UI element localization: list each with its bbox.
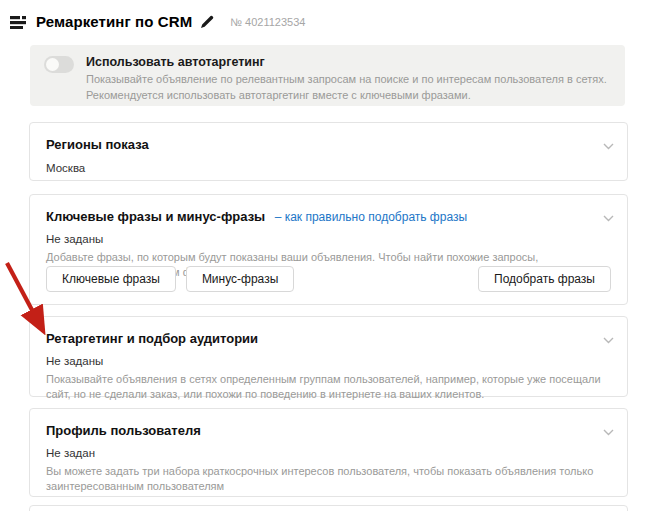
- page-title: Ремаркетинг по CRM: [36, 13, 192, 30]
- card-regions: Регионы показа Москва: [29, 122, 628, 181]
- keywords-button[interactable]: Ключевые фразы: [46, 266, 176, 292]
- card-next-partial: [29, 505, 628, 511]
- edit-pencil-icon[interactable]: [200, 15, 214, 29]
- toggle-knob: [46, 58, 59, 71]
- card-user-profile-title: Профиль пользователя: [46, 423, 201, 438]
- card-retargeting-title: Ретаргетинг и подбор аудитории: [46, 331, 258, 346]
- card-regions-title: Регионы показа: [46, 137, 149, 152]
- chevron-down-icon[interactable]: [603, 136, 614, 143]
- card-retargeting-status: Не заданы: [46, 355, 611, 367]
- campaign-number: № 4021123534: [230, 16, 305, 28]
- autotargeting-section: Использовать автотаргетинг Показывайте о…: [30, 45, 625, 106]
- card-keywords-status: Не заданы: [46, 233, 611, 245]
- keywords-help-link[interactable]: – как правильно подобрать фразы: [275, 210, 467, 224]
- chevron-down-icon[interactable]: [603, 330, 614, 337]
- minus-phrases-button[interactable]: Минус-фразы: [186, 266, 294, 292]
- card-user-profile-description: Вы можете задать три набора краткосрочны…: [46, 464, 611, 495]
- autotargeting-title: Использовать автотаргетинг: [86, 55, 609, 69]
- card-keywords-title: Ключевые фразы и минус-фразы: [46, 209, 265, 224]
- card-keywords: Ключевые фразы и минус-фразы – как прави…: [29, 194, 628, 305]
- pick-phrases-button[interactable]: Подобрать фразы: [478, 266, 611, 292]
- card-regions-value: Москва: [46, 162, 611, 174]
- card-user-profile: Профиль пользователя Не задан Вы можете …: [29, 408, 628, 497]
- campaign-list-icon: [10, 15, 26, 28]
- chevron-down-icon[interactable]: [603, 208, 614, 215]
- chevron-down-icon[interactable]: [603, 422, 614, 429]
- autotargeting-toggle[interactable]: [44, 56, 74, 73]
- card-retargeting: Ретаргетинг и подбор аудитории Не заданы…: [29, 316, 628, 397]
- autotargeting-description: Показывайте объявление по релевантным за…: [86, 72, 609, 104]
- card-retargeting-description: Показывайте объявления в сетях определен…: [46, 372, 611, 403]
- page-header: Ремаркетинг по CRM № 4021123534: [10, 13, 305, 30]
- card-user-profile-status: Не задан: [46, 447, 611, 459]
